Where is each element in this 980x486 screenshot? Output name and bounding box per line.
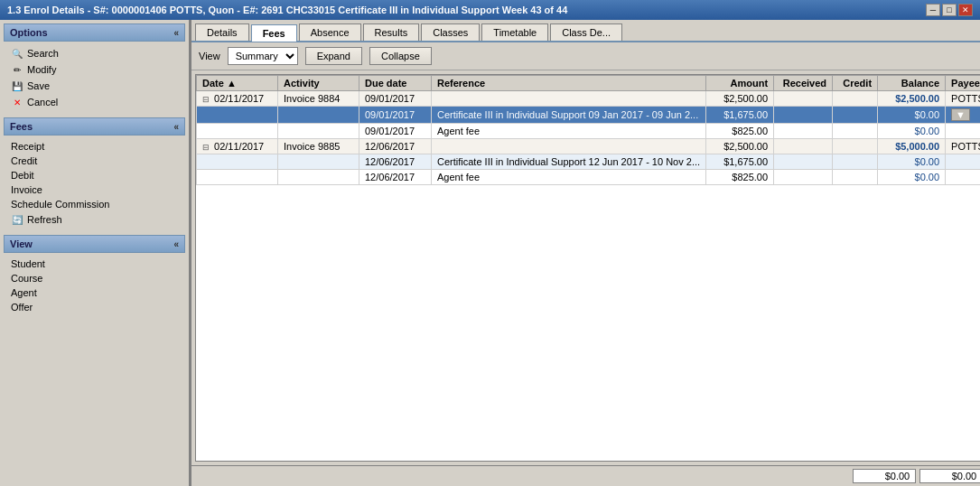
view-toolbar-label: View xyxy=(199,51,220,61)
fees-table: Date ▲ Activity Due date Reference Amoun… xyxy=(196,75,980,185)
course-label: Course xyxy=(11,273,42,284)
offer-label: Offer xyxy=(11,302,33,313)
view-select[interactable]: Summary Detail xyxy=(228,47,298,65)
table-row[interactable]: 09/01/2017 Certificate III in Individual… xyxy=(197,107,981,124)
sidebar-item-credit[interactable]: Credit xyxy=(4,154,185,168)
refresh-icon: 🔄 xyxy=(11,213,23,226)
close-button[interactable]: ✕ xyxy=(958,4,973,16)
sidebar-item-agent[interactable]: Agent xyxy=(4,285,185,300)
col-header-reference: Reference xyxy=(432,76,706,91)
debit-label: Debit xyxy=(11,170,34,181)
refresh-label: Refresh xyxy=(27,214,62,225)
tab-class-de[interactable]: Class De... xyxy=(550,23,622,41)
cell-amount: $2,500.00 xyxy=(706,139,774,154)
sidebar-item-schedule-commission[interactable]: Schedule Commission xyxy=(4,197,185,211)
cell-reference xyxy=(432,139,706,154)
cell-reference xyxy=(432,91,706,107)
fees-label: Fees xyxy=(10,121,33,132)
cell-activity: Invoice 9885 xyxy=(278,139,359,154)
tab-fees[interactable]: Fees xyxy=(251,24,297,42)
options-header: Options « xyxy=(4,23,185,42)
options-section: Options « 🔍 Search ✏ Modify 💾 Save ✕ Can… xyxy=(4,23,185,110)
sidebar-item-offer[interactable]: Offer xyxy=(4,300,185,314)
tab-absence[interactable]: Absence xyxy=(299,23,361,41)
fees-chevron: « xyxy=(173,122,179,132)
sidebar-item-invoice[interactable]: Invoice xyxy=(4,182,185,197)
col-header-balance: Balance xyxy=(878,76,946,91)
cell-reference: Agent fee xyxy=(432,124,706,139)
search-label: Search xyxy=(27,48,59,59)
footer-total-2: $0.00 xyxy=(919,469,980,483)
cell-due-date: 12/06/2017 xyxy=(359,170,432,185)
sidebar-item-modify[interactable]: ✏ Modify xyxy=(4,61,185,78)
dropdown-cell[interactable]: ▼ xyxy=(951,108,970,121)
save-icon: 💾 xyxy=(11,79,23,92)
col-header-received: Received xyxy=(774,76,833,91)
col-header-date: Date ▲ xyxy=(197,76,278,91)
agent-label: Agent xyxy=(11,287,37,298)
sidebar-item-receipt[interactable]: Receipt xyxy=(4,139,185,154)
save-label: Save xyxy=(27,80,50,91)
tab-timetable[interactable]: Timetable xyxy=(481,23,548,41)
footer-bar: $0.00 $0.00 $5,000.00 xyxy=(191,465,980,486)
cell-credit xyxy=(833,91,878,107)
cell-due-date: 12/06/2017 xyxy=(359,154,432,170)
table-row[interactable]: 12/06/2017 Agent fee $825.00 $0.00 xyxy=(197,170,981,185)
fees-section: Fees « Receipt Credit Debit Invoice Sche… xyxy=(4,117,185,228)
options-chevron: « xyxy=(173,28,179,38)
cell-date: ⊟ 02/11/2017 xyxy=(197,91,278,107)
cell-received xyxy=(774,154,833,170)
table-header-row: Date ▲ Activity Due date Reference Amoun… xyxy=(197,76,981,91)
collapse-button[interactable]: Collapse xyxy=(369,47,432,65)
cell-reference: Certificate III in Individual Support 12… xyxy=(432,154,706,170)
cell-credit xyxy=(833,139,878,154)
tab-classes[interactable]: Classes xyxy=(421,23,480,41)
minimize-button[interactable]: ─ xyxy=(926,4,940,16)
sidebar: Options « 🔍 Search ✏ Modify 💾 Save ✕ Can… xyxy=(0,20,190,486)
cell-date xyxy=(197,124,278,139)
cancel-label: Cancel xyxy=(27,97,58,107)
tab-details[interactable]: Details xyxy=(195,23,249,41)
tab-results[interactable]: Results xyxy=(363,23,420,41)
cell-amount: $1,675.00 xyxy=(706,107,774,124)
cell-reference: Certificate III in Individual Support 09… xyxy=(432,107,706,124)
table-row[interactable]: 12/06/2017 Certificate III in Individual… xyxy=(197,154,981,170)
table-row[interactable]: 09/01/2017 Agent fee $825.00 $0.00 xyxy=(197,124,981,139)
expand-button[interactable]: Expand xyxy=(305,47,362,65)
cell-payee: POTTS, Quon (Stude xyxy=(946,139,980,154)
cell-received xyxy=(774,107,833,124)
cell-credit xyxy=(833,107,878,124)
table-row[interactable]: ⊟ 02/11/2017 Invoice 9884 09/01/2017 $2,… xyxy=(197,91,981,107)
main-container: Options « 🔍 Search ✏ Modify 💾 Save ✕ Can… xyxy=(0,20,980,486)
schedule-commission-label: Schedule Commission xyxy=(11,199,109,210)
cell-payee: ▼ xyxy=(946,107,980,124)
sidebar-item-debit[interactable]: Debit xyxy=(4,168,185,182)
sidebar-item-save[interactable]: 💾 Save xyxy=(4,78,185,94)
cell-date xyxy=(197,170,278,185)
cell-amount: $1,675.00 xyxy=(706,154,774,170)
sidebar-item-refresh[interactable]: 🔄 Refresh xyxy=(4,211,185,228)
maximize-button[interactable]: □ xyxy=(942,4,957,16)
col-header-amount: Amount xyxy=(706,76,774,91)
cell-payee xyxy=(946,124,980,139)
fees-header: Fees « xyxy=(4,117,185,136)
cell-balance: $2,500.00 xyxy=(878,91,946,107)
cell-balance: $0.00 xyxy=(878,154,946,170)
cell-activity: Invoice 9884 xyxy=(278,91,359,107)
sidebar-item-cancel[interactable]: ✕ Cancel xyxy=(4,94,185,110)
cell-date xyxy=(197,107,278,124)
view-chevron: « xyxy=(173,239,179,249)
cell-activity xyxy=(278,154,359,170)
table-row[interactable]: ⊟ 02/11/2017 Invoice 9885 12/06/2017 $2,… xyxy=(197,139,981,154)
modify-icon: ✏ xyxy=(11,63,23,76)
expand-icon: ⊟ xyxy=(202,143,210,152)
cell-payee xyxy=(946,170,980,185)
fees-table-container: Date ▲ Activity Due date Reference Amoun… xyxy=(195,74,980,462)
sidebar-item-search[interactable]: 🔍 Search xyxy=(4,45,185,61)
sidebar-item-course[interactable]: Course xyxy=(4,271,185,285)
invoice-label: Invoice xyxy=(11,184,42,195)
cell-due-date: 09/01/2017 xyxy=(359,91,432,107)
sidebar-item-student[interactable]: Student xyxy=(4,257,185,271)
title-bar: 1.3 Enrol Details - S#: 0000001406 POTTS… xyxy=(0,0,980,20)
cell-amount: $825.00 xyxy=(706,124,774,139)
